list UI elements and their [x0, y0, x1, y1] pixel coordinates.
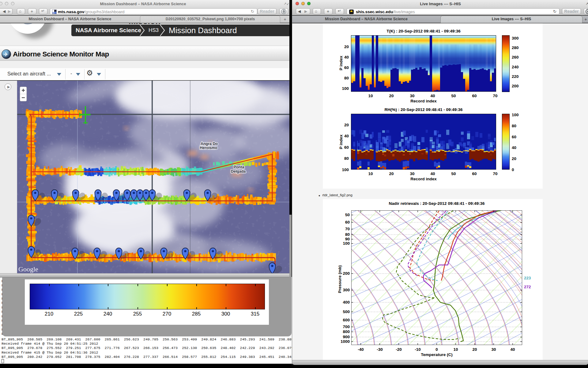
svg-text:Delgada: Delgada — [231, 169, 246, 174]
svg-text:Heroismo: Heroismo — [200, 146, 217, 150]
svg-text:Google: Google — [18, 265, 38, 273]
svg-text:Ponta: Ponta — [234, 165, 245, 169]
svg-text:Angra Do: Angra Do — [201, 142, 218, 146]
